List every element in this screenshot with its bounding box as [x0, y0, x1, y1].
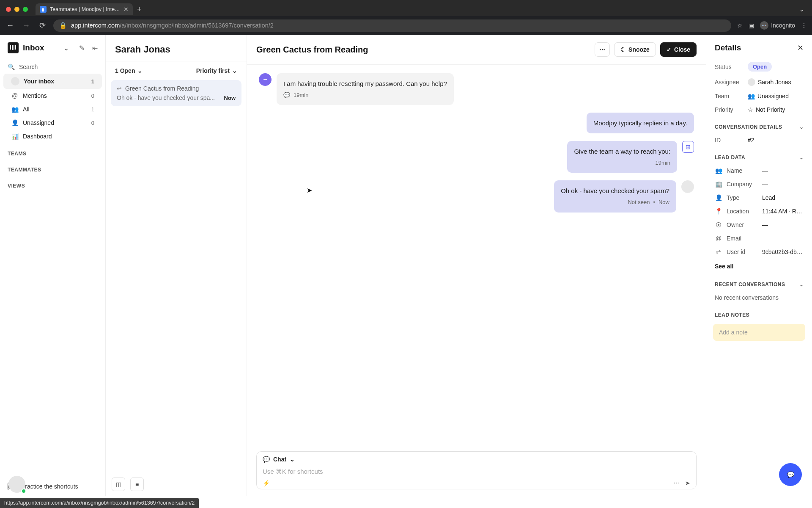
lead-type-value[interactable]: Lead	[762, 194, 804, 201]
tab-title: Teammates | Moodjoy | Interco	[50, 6, 120, 12]
current-user-avatar[interactable]	[8, 476, 25, 493]
url-path: /a/inbox/nnsgmgob/inbox/admin/5613697/co…	[120, 22, 274, 29]
priority-value[interactable]: ☆Not Priority	[748, 106, 785, 113]
lead-email-value[interactable]: —	[762, 235, 804, 242]
pin-icon: 📍	[715, 208, 722, 215]
note-input[interactable]: Add a note	[713, 324, 805, 341]
message-text: I am having trouble resetting my passwor…	[283, 79, 447, 88]
sidebar-item-all[interactable]: 👥 All 1	[3, 102, 102, 116]
extensions-icon[interactable]: ▣	[749, 22, 754, 29]
lead-company-value[interactable]: —	[762, 181, 804, 188]
message-time: 19min	[656, 159, 670, 167]
team-value[interactable]: 👥Unassigned	[748, 93, 789, 99]
svg-rect-1	[12, 45, 13, 50]
send-icon[interactable]: ➤	[685, 480, 690, 486]
conversation-more-button[interactable]: ⋯	[595, 42, 610, 57]
lead-notes-section[interactable]: LEAD NOTES	[706, 304, 812, 321]
composer-mode-label: Chat	[273, 456, 286, 463]
layout-list-button[interactable]: ≡	[130, 478, 144, 491]
sidebar-item-count: 0	[91, 120, 94, 126]
recent-conversations-section[interactable]: RECENT CONVERSATIONS⌄	[706, 274, 812, 291]
url-field[interactable]: 🔒 app.intercom.com/a/inbox/nnsgmgob/inbo…	[53, 19, 731, 32]
sidebar-item-unassigned[interactable]: 👤 Unassigned 0	[3, 116, 102, 130]
assignee-value[interactable]: Sarah Jonas	[748, 78, 791, 86]
messages: − I am having trouble resetting my passw…	[247, 65, 706, 444]
status-label: Status	[715, 64, 748, 70]
menu-icon[interactable]: ⋮	[801, 22, 807, 29]
open-filter-button[interactable]: 1 Open ⌄	[115, 67, 143, 74]
status-badge[interactable]: Open	[748, 62, 772, 72]
lead-name-value[interactable]: —	[762, 167, 804, 174]
lead-name-label: Name	[727, 167, 758, 174]
search-row[interactable]: 🔍 Search	[0, 60, 105, 74]
composer[interactable]: 💬 Chat ⌄ Use ⌘K for shortcuts ⚡ ⋯ ➤	[256, 451, 697, 489]
check-icon: ✓	[667, 46, 672, 53]
sidebar-item-label: Your inbox	[24, 78, 54, 85]
browser-chrome: ▮ Teammates | Moodjoy | Interco ✕ + ⌄ ← …	[0, 0, 812, 35]
conversation-title: Green Cactus from Reading	[256, 45, 590, 55]
compose-icon[interactable]: ✎	[79, 44, 85, 52]
composer-input[interactable]: Use ⌘K for shortcuts	[263, 466, 690, 480]
message-time: Now	[658, 199, 669, 206]
tab-close-icon[interactable]: ✕	[123, 6, 129, 13]
moon-icon: ☾	[620, 46, 626, 53]
sort-button[interactable]: Priority first ⌄	[196, 67, 237, 74]
lead-email-label: Email	[727, 235, 758, 242]
message-status: Not seen	[628, 199, 650, 206]
svg-rect-0	[10, 45, 11, 50]
lead-owner-value[interactable]: —	[762, 221, 804, 228]
sidebar-item-mentions[interactable]: @ Mentions 0	[3, 89, 102, 102]
close-window-icon[interactable]	[6, 7, 11, 12]
chat-icon: 💬	[283, 91, 290, 99]
chevron-down-icon[interactable]: ⌄	[63, 44, 69, 52]
minimize-window-icon[interactable]	[14, 7, 19, 12]
composer-mode-button[interactable]: 💬 Chat ⌄	[263, 456, 690, 463]
sidebar-section-teammates[interactable]: TEAMMATES	[0, 159, 105, 175]
macros-icon[interactable]: ⚡	[263, 480, 270, 486]
sidebar-item-dashboard[interactable]: 📊 Dashboard	[3, 130, 102, 143]
tabs-dropdown-icon[interactable]: ⌄	[799, 6, 804, 13]
open-filter-label: 1 Open	[115, 67, 135, 74]
conversation-column: Green Cactus from Reading ⋯ ☾Snooze ✓Clo…	[247, 35, 706, 496]
priority-label: Priority	[715, 106, 748, 113]
lead-location-value[interactable]: 11:44 AM · Rea...	[762, 208, 804, 215]
more-icon[interactable]: ⋯	[673, 480, 679, 486]
status-online-icon	[21, 489, 26, 494]
conversation-card[interactable]: ↩ Green Cactus from Reading Oh ok - have…	[111, 80, 241, 106]
inbox-owner-name: Sarah Jonas	[115, 44, 237, 55]
see-all-button[interactable]: See all	[706, 259, 812, 274]
layout-split-button[interactable]: ◫	[112, 478, 125, 491]
snooze-button[interactable]: ☾Snooze	[614, 42, 656, 57]
incognito-indicator[interactable]: 👓 Incognito	[760, 21, 795, 30]
maximize-window-icon[interactable]	[23, 7, 28, 12]
reload-button[interactable]: ⟳	[37, 21, 47, 30]
people-icon: 👥	[715, 167, 722, 174]
messenger-fab[interactable]: 💬	[779, 463, 802, 486]
intercom-logo-icon[interactable]	[8, 42, 19, 53]
browser-tab[interactable]: ▮ Teammates | Moodjoy | Interco ✕	[36, 3, 133, 15]
mention-icon: @	[11, 92, 19, 99]
sidebar-section-teams[interactable]: TEAMS	[0, 143, 105, 159]
lead-data-section[interactable]: LEAD DATA⌄	[706, 147, 812, 164]
more-icon: ⋯	[599, 46, 605, 53]
details-title: Details	[715, 43, 797, 52]
messenger-icon: 💬	[787, 471, 794, 478]
lead-location-label: Location	[727, 208, 758, 215]
close-button[interactable]: ✓Close	[660, 42, 697, 57]
bookmark-icon[interactable]: ☆	[737, 22, 743, 29]
forward-button: →	[21, 21, 31, 30]
sidebar-item-your-inbox[interactable]: Your inbox 1	[3, 74, 102, 89]
bot-icon: ⊞	[682, 141, 694, 153]
chevron-down-icon: ⌄	[137, 67, 143, 74]
lead-avatar-icon: −	[259, 73, 272, 86]
conversation-details-section[interactable]: CONVERSATION DETAILS⌄	[706, 116, 812, 133]
collapse-sidebar-icon[interactable]: ⇤	[92, 44, 98, 52]
favicon-icon: ▮	[40, 6, 47, 13]
lead-userid-value[interactable]: 9cba02b3-dbd...	[762, 248, 804, 255]
back-button[interactable]: ←	[5, 21, 15, 30]
new-tab-button[interactable]: +	[137, 5, 142, 14]
close-details-button[interactable]: ✕	[797, 43, 804, 52]
sidebar-section-views[interactable]: VIEWS	[0, 175, 105, 191]
inbox-title: Inbox	[23, 43, 59, 52]
message-text: Oh ok - have you checked your spam?	[561, 186, 669, 195]
